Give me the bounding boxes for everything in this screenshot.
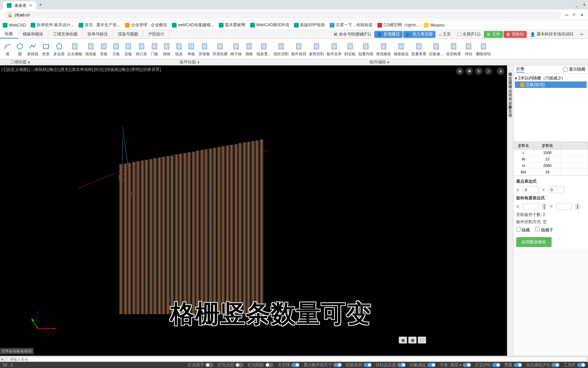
bookmark-item[interactable]: 晨丰爱家网 <box>219 22 245 28</box>
move-icon[interactable]: ✥ <box>466 67 473 75</box>
logout-icon[interactable]: ↪ <box>577 31 586 38</box>
ribbon-polyline[interactable]: 多段线 <box>26 41 40 57</box>
fullscreen-button[interactable]: ⛶ 全屏(F11) <box>454 31 483 38</box>
toggle-switch[interactable] <box>492 363 500 367</box>
ribbon-lcut[interactable]: 线性切割 <box>272 41 290 57</box>
minimize-icon[interactable]: ⎯ <box>575 2 578 7</box>
hide-checkbox[interactable]: 隐藏 <box>516 227 530 233</box>
ribbon-door[interactable]: 门板 <box>148 41 161 57</box>
zoom-btn-2[interactable]: ▦ <box>408 337 416 343</box>
status-toggle[interactable]: 排钻反应器 <box>376 362 406 368</box>
ribbon-check[interactable]: 造型检查 <box>445 41 462 57</box>
ribbon-merge[interactable]: 板件合并 <box>325 41 343 57</box>
menu-tab[interactable]: 绘图 <box>0 30 18 39</box>
toggle-switch[interactable] <box>235 363 244 367</box>
ribbon-panel-tb[interactable]: 顶底板 <box>84 41 98 57</box>
ribbon-refcut[interactable]: 参照切割 <box>308 41 325 57</box>
bookmark-item[interactable]: 拆单软件·家具设计... <box>31 22 74 28</box>
spinner-down[interactable]: ▼ <box>575 206 579 210</box>
bookmark-item[interactable]: CG模型网（cgmo... <box>377 22 419 28</box>
ribbon-find[interactable]: 查找修改 <box>375 41 392 57</box>
close-icon[interactable]: × <box>29 3 32 8</box>
key-icon[interactable]: ⊶ <box>565 13 569 17</box>
rotation-y-input[interactable] <box>556 203 572 210</box>
shortcut-button[interactable]: ⌘ 命令与快捷键(F1) <box>331 31 374 38</box>
ribbon-lineedit[interactable]: 线条变... <box>255 41 272 57</box>
target-icon[interactable]: ⊕ <box>456 67 463 75</box>
tree-child[interactable]: 立板(自动) <box>515 81 587 88</box>
url-field[interactable]: 🔒 cfcad.cn <box>4 11 562 19</box>
refresh-icon[interactable]: ↻ <box>475 67 483 75</box>
table-row[interactable]: BH18 <box>513 169 588 175</box>
new-tab-button[interactable]: + <box>36 2 45 8</box>
view-mode[interactable]: [二维线框] <box>29 67 48 73</box>
sub-ribbon-2d[interactable]: 二维绘图 ▾ <box>10 59 30 65</box>
zoom-btn-3[interactable]: ⛶ <box>418 337 426 343</box>
view-mode[interactable]: [自定义视图] <box>6 67 29 73</box>
status-toggle[interactable]: 正交(F8) <box>475 362 500 368</box>
toggle-switch[interactable] <box>551 363 559 367</box>
ribbon-panel-h[interactable]: 层板 <box>122 41 134 57</box>
ribbon-polygon[interactable]: 多边形 <box>52 41 66 57</box>
toggle-switch[interactable] <box>291 363 299 367</box>
view-mode[interactable]: [排版面] <box>105 67 120 73</box>
menu-tab[interactable]: 户型设计 <box>143 30 169 39</box>
ribbon-tangent[interactable]: 板件相切 <box>290 41 308 57</box>
status-toggle[interactable]: 动态捕捉(F3) <box>526 362 559 368</box>
ribbon-single[interactable]: 单板 <box>185 41 197 57</box>
ribbon-outline[interactable]: 异形轮廓 <box>211 41 229 57</box>
sub-ribbon-panel[interactable]: 板件绘图 ▾ <box>180 59 199 65</box>
browser-tab[interactable]: 未命名 × <box>3 1 36 10</box>
viewport-3d[interactable]: [-][自定义视图][二维线框][概念][真实][真实带线框][封边][排版面]… <box>0 65 507 356</box>
bookmark-item[interactable]: webCAD绘图建模... <box>172 22 214 28</box>
menu-tab[interactable]: 模板和模块 <box>18 30 48 39</box>
ribbon-layer[interactable]: 层板修... <box>428 41 445 57</box>
ribbon-circle[interactable]: 圆 <box>14 41 26 57</box>
view-mode[interactable]: [概念(透明)] <box>120 67 142 73</box>
ribbon-line[interactable]: 线条 <box>173 41 185 57</box>
user-button[interactable]: 👤 晨丰科技专场培训01 <box>527 31 576 38</box>
status-toggle[interactable]: 灯光助手 <box>188 362 214 368</box>
drop-icon[interactable]: ▾ <box>583 2 585 7</box>
view-mode[interactable]: [真实带线框] <box>70 67 93 73</box>
status-toggle[interactable]: 灯光光照 <box>218 362 244 368</box>
star-icon[interactable]: ★ <box>580 13 584 17</box>
ribbon-panel-lr[interactable]: 左右侧板 <box>66 41 84 57</box>
table-row[interactable]: H2000 <box>513 163 588 169</box>
view-mode[interactable]: [概念] <box>48 67 59 73</box>
status-toggle[interactable]: 天空球 <box>278 362 299 368</box>
toggle-switch[interactable] <box>265 363 274 367</box>
ribbon-grid[interactable]: 格子抽 <box>229 41 243 57</box>
basepoint-x-input[interactable] <box>523 186 539 193</box>
file-button[interactable]: 🗎 文件 <box>484 31 503 38</box>
toggle-switch[interactable] <box>363 363 372 367</box>
toggle-switch[interactable] <box>514 363 522 367</box>
show-hidden-checkbox[interactable]: 显示隐藏 <box>563 66 585 72</box>
toggle-switch[interactable] <box>397 363 406 367</box>
group-button[interactable]: 👥 加入售后群 <box>403 31 436 38</box>
toggle-switch[interactable] <box>333 363 342 367</box>
spinner-up[interactable]: ▲ <box>542 203 546 206</box>
ribbon-deldrill[interactable]: 删除排钻 <box>475 41 492 57</box>
status-toggle[interactable]: 灯光阴影 <box>248 362 274 368</box>
status-toggle[interactable]: 切换布局 <box>346 362 372 368</box>
share-view-icon[interactable]: ⋔ <box>497 67 504 75</box>
view-mode[interactable]: [切换背景] <box>142 67 161 73</box>
zoom-btn-1[interactable]: ▦ <box>399 337 407 343</box>
collapse-tab[interactable]: 折叠 <box>516 66 524 73</box>
bookmark-item[interactable]: WebCAD <box>3 23 26 28</box>
view-mode[interactable]: [真实] <box>60 67 70 73</box>
ribbon-oblique[interactable]: 斜层板 <box>343 41 357 57</box>
ribbon-drawer[interactable]: 抽屉 <box>161 41 173 57</box>
sub-ribbon-edit[interactable]: 板件编辑 ▾ <box>370 59 389 65</box>
show-hidden-input[interactable] <box>563 67 568 72</box>
menu-tab[interactable]: 三维实体绘图 <box>48 30 83 39</box>
tree-root[interactable]: ▾ 2米以内隔栅（只能减少） <box>515 75 587 81</box>
ribbon-arc[interactable]: 弧 <box>1 41 14 57</box>
status-toggle[interactable]: 显示板件间尺寸 <box>304 362 342 368</box>
ribbon-panel-back[interactable]: 背板 <box>98 41 110 57</box>
rotation-x-input[interactable] <box>523 203 539 210</box>
ribbon-rect[interactable]: 矩形 <box>40 41 52 57</box>
home-button[interactable]: ⌂ 主页 <box>436 31 454 38</box>
bookmark-item[interactable]: 百度一下，你就知道 <box>330 22 373 28</box>
